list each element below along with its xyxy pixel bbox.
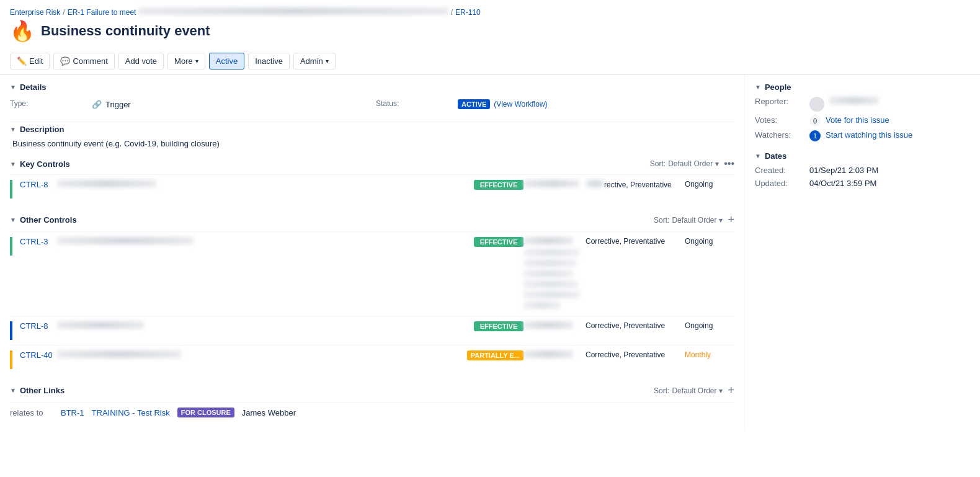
other-links-section: ▼ Other Links Sort: Default Order ▾ + re…: [10, 384, 734, 422]
ctrl-3-badge: EFFECTIVE: [474, 237, 523, 247]
inactive-button[interactable]: Inactive: [248, 53, 290, 69]
updated-label: Updated:: [755, 179, 804, 188]
description-section: ▼ Description Business continuity event …: [10, 125, 734, 148]
other-controls-add-button[interactable]: +: [728, 213, 734, 226]
ctrl-8-id[interactable]: CTRL-8: [20, 180, 57, 189]
more-button[interactable]: More: [167, 53, 205, 69]
vote-action-link[interactable]: Vote for this issue: [826, 115, 889, 125]
other-controls-actions: Sort: Default Order ▾ +: [654, 213, 734, 226]
for-closure-badge: FOR CLOSURE: [177, 408, 234, 417]
other-controls-chevron: ▼: [10, 216, 16, 223]
active-button[interactable]: Active: [209, 53, 244, 69]
ctrl-3-freq: Ongoing: [685, 237, 734, 246]
sort-label: Sort:: [650, 159, 666, 168]
status-badge: ACTIVE: [458, 99, 490, 109]
key-controls-sort[interactable]: Sort: Default Order ▾: [650, 159, 719, 168]
updated-row: Updated: 04/Oct/21 3:59 PM: [755, 179, 958, 188]
ctrl-40-name: [57, 350, 467, 360]
other-links-title-area: ▼ Other Links: [10, 386, 65, 395]
other-links-chevron: ▼: [10, 387, 16, 394]
watchers-row: Watchers: 1 Start watching this issue: [755, 130, 958, 141]
key-controls-actions: Sort: Default Order ▾ •••: [650, 158, 734, 169]
breadcrumb-project[interactable]: Enterprise Risk: [10, 8, 60, 17]
breadcrumb: Enterprise Risk / ER-1 Failure to meet /…: [0, 0, 980, 17]
control-bar-green: [10, 180, 12, 198]
links-sort-chevron-icon: ▾: [719, 386, 723, 395]
key-controls-title-area: ▼ Key Controls: [10, 159, 70, 169]
votes-count: 0: [809, 115, 821, 127]
ctrl-8-other-bar: [10, 321, 12, 340]
ctrl-3-row: CTRL-3 EFFECTIVE Corrective, Preventativ…: [10, 231, 734, 316]
other-links-actions: Sort: Default Order ▾ +: [654, 384, 734, 397]
breadcrumb-parent[interactable]: ER-1 Failure to meet: [68, 7, 448, 17]
ctrl-3-assignee: [523, 237, 586, 311]
details-section: ▼ Details Type: 🔗 Trigger Status: ACTIVE…: [10, 82, 734, 112]
ctrl-3-name: [57, 237, 474, 246]
description-title: Description: [20, 125, 65, 134]
sidebar-dates-section: ▼ Dates Created: 01/Sep/21 2:03 PM Updat…: [755, 151, 958, 188]
sidebar-people-section: ▼ People Reporter: Votes: 0 Vote for thi…: [755, 82, 958, 141]
link-id[interactable]: BTR-1: [61, 408, 84, 417]
breadcrumb-current[interactable]: ER-110: [455, 8, 481, 17]
other-sort-value: Default Order: [672, 216, 716, 225]
watchers-count: 1: [809, 130, 821, 141]
description-header[interactable]: ▼ Description: [10, 125, 734, 134]
other-controls-sort[interactable]: Sort: Default Order ▾: [654, 216, 723, 225]
other-links-add-button[interactable]: +: [728, 384, 734, 397]
edit-button[interactable]: ✏️ Edit: [10, 53, 50, 69]
add-vote-button[interactable]: Add vote: [118, 53, 164, 69]
updated-value: 04/Oct/21 3:59 PM: [809, 179, 876, 188]
ctrl-8-other-assignee: [523, 321, 586, 331]
other-controls-title: Other Controls: [20, 215, 77, 225]
view-workflow-link[interactable]: (View Workflow): [494, 100, 547, 109]
created-label: Created:: [755, 166, 804, 175]
description-chevron: ▼: [10, 126, 16, 133]
reporter-row: Reporter:: [755, 97, 958, 112]
admin-button[interactable]: Admin: [293, 53, 336, 69]
details-section-header[interactable]: ▼ Details: [10, 82, 734, 92]
status-label: Status:: [376, 97, 450, 112]
ctrl-3-type: Corrective, Preventative: [586, 237, 685, 246]
watch-action-link[interactable]: Start watching this issue: [826, 130, 912, 140]
other-links-title: Other Links: [20, 386, 65, 395]
ctrl-40-type: Corrective, Preventative: [586, 350, 685, 359]
dates-title: Dates: [765, 151, 786, 161]
ctrl-3-id[interactable]: CTRL-3: [20, 237, 57, 246]
votes-label: Votes:: [755, 115, 804, 125]
other-sort-label: Sort:: [654, 216, 669, 225]
comment-button[interactable]: 💬 Comment: [53, 53, 114, 69]
created-value: 01/Sep/21 2:03 PM: [809, 166, 878, 175]
key-controls-section: ▼ Key Controls Sort: Default Order ▾ •••…: [10, 158, 734, 203]
sort-chevron-icon: ▾: [715, 159, 719, 168]
key-controls-header: ▼ Key Controls Sort: Default Order ▾ •••: [10, 158, 734, 169]
ctrl-8-other-id[interactable]: CTRL-8: [20, 321, 57, 331]
ctrl-8-freq: Ongoing: [685, 180, 734, 189]
ctrl-8-other-type: Corrective, Preventative: [586, 321, 685, 330]
main-layout: ▼ Details Type: 🔗 Trigger Status: ACTIVE…: [0, 75, 980, 430]
votes-row: Votes: 0 Vote for this issue: [755, 115, 958, 127]
page-header: 🔥 Business continuity event: [0, 17, 980, 48]
link-row: relates to BTR-1 TRAINING - Test Risk FO…: [10, 402, 734, 422]
ctrl-8-other-row: CTRL-8 EFFECTIVE Corrective, Preventativ…: [10, 316, 734, 345]
people-chevron: ▼: [755, 84, 761, 91]
ctrl-40-badge: PARTIALLY E...: [467, 350, 523, 360]
reporter-avatar: [809, 97, 824, 112]
key-controls-more-button[interactable]: •••: [724, 158, 734, 169]
other-links-sort[interactable]: Sort: Default Order ▾: [654, 386, 723, 395]
key-control-row: CTRL-8 EFFECTIVE rective, Preventative O…: [10, 174, 734, 203]
created-row: Created: 01/Sep/21 2:03 PM: [755, 166, 958, 175]
link-name[interactable]: TRAINING - Test Risk: [92, 408, 170, 417]
details-title: Details: [20, 82, 47, 92]
ctrl-40-id[interactable]: CTRL-40: [20, 350, 57, 360]
status-value: ACTIVE (View Workflow): [458, 97, 734, 112]
other-sort-chevron-icon: ▾: [719, 216, 723, 225]
sort-value: Default Order: [668, 159, 713, 168]
ctrl-40-assignee: [523, 350, 586, 360]
other-controls-header: ▼ Other Controls Sort: Default Order ▾ +: [10, 213, 734, 226]
ctrl-40-row: CTRL-40 PARTIALLY E... Corrective, Preve…: [10, 345, 734, 374]
reporter-label: Reporter:: [755, 97, 804, 106]
divider-1: [10, 122, 734, 122]
sidebar-dates-header[interactable]: ▼ Dates: [755, 151, 958, 161]
ctrl-40-bar: [10, 350, 12, 369]
sidebar-people-header[interactable]: ▼ People: [755, 82, 958, 92]
